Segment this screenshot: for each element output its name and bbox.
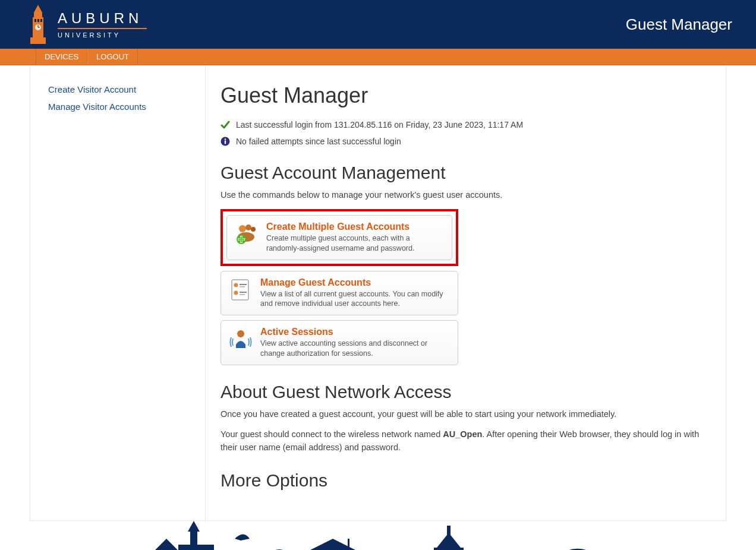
svg-rect-46	[348, 539, 349, 550]
checkmark-icon	[220, 120, 230, 129]
svg-point-15	[251, 227, 256, 232]
svg-rect-4	[34, 19, 36, 22]
section-guest-mgmt: Guest Account Management	[220, 163, 711, 183]
page-header-title: Guest Manager	[626, 15, 732, 34]
about-p2: Your guest should connect to the wireles…	[220, 428, 711, 454]
card-manage-guest-desc: View a list of all current guest account…	[260, 289, 451, 309]
section-more-options: More Options	[220, 470, 711, 491]
card-active-sessions[interactable]: Active Sessions View active accounting s…	[220, 320, 458, 365]
card-create-multiple-title: Create Multiple Guest Accounts	[266, 222, 445, 232]
logo: AUBURN UNIVERSITY	[27, 5, 147, 44]
svg-rect-26	[240, 286, 245, 287]
svg-rect-3	[30, 37, 46, 44]
card-create-multiple-desc: Create multiple guest accounts, each wit…	[266, 233, 445, 254]
page-title: Guest Manager	[220, 83, 711, 108]
main-content: Guest Manager Last successful login from…	[206, 65, 726, 520]
svg-rect-51	[447, 526, 451, 536]
svg-rect-49	[434, 548, 464, 550]
logo-text-main: AUBURN	[58, 10, 147, 27]
card-create-multiple[interactable]: Create Multiple Guest Accounts Create mu…	[220, 209, 458, 266]
svg-rect-33	[178, 545, 214, 550]
card-active-sessions-desc: View active accounting sessions and disc…	[260, 339, 451, 359]
card-manage-guest[interactable]: Manage Guest Accounts View a list of all…	[220, 271, 458, 316]
svg-marker-32	[188, 521, 200, 532]
about-p1: Once you have created a guest account, y…	[220, 408, 711, 421]
card-active-sessions-title: Active Sessions	[260, 327, 451, 337]
svg-rect-12	[225, 141, 226, 144]
logo-text-sub: UNIVERSITY	[58, 31, 147, 39]
login-status-text: Last successful login from 131.204.85.11…	[236, 120, 523, 129]
card-manage-guest-title: Manage Guest Accounts	[260, 277, 451, 288]
app-header: AUBURN UNIVERSITY Guest Manager	[0, 0, 756, 49]
sidebar: Create Visitor Account Manage Visitor Ac…	[30, 65, 206, 520]
svg-point-14	[245, 225, 251, 230]
failed-status-line: No failed attempts since last successful…	[220, 137, 711, 146]
sidebar-create-visitor[interactable]: Create Visitor Account	[30, 81, 205, 98]
login-status-line: Last successful login from 131.204.85.11…	[220, 120, 711, 129]
svg-point-30	[237, 330, 244, 337]
nav-devices[interactable]: DEVICES	[36, 49, 87, 65]
svg-point-24	[234, 283, 238, 287]
svg-rect-25	[240, 284, 247, 285]
footer-skyline	[0, 521, 756, 550]
section-about: About Guest Network Access	[220, 382, 711, 402]
svg-point-11	[225, 138, 226, 140]
nav-bar: DEVICES LOGOUT	[0, 49, 756, 65]
svg-point-13	[239, 225, 246, 232]
failed-status-text: No failed attempts since last successful…	[236, 137, 401, 146]
svg-rect-1	[34, 12, 42, 17]
nav-logout[interactable]: LOGOUT	[87, 49, 138, 65]
svg-marker-0	[34, 5, 42, 12]
list-document-icon	[228, 277, 253, 302]
info-icon	[220, 137, 230, 146]
user-signal-icon	[228, 327, 253, 352]
network-name: AU_Open	[443, 429, 482, 439]
svg-rect-6	[40, 19, 42, 22]
svg-point-27	[234, 290, 238, 295]
svg-rect-21	[238, 238, 244, 240]
svg-rect-28	[240, 292, 247, 293]
svg-rect-5	[37, 19, 39, 22]
svg-rect-29	[240, 294, 245, 295]
svg-rect-22	[232, 280, 248, 300]
mgmt-desc: Use the commands below to manage your ne…	[220, 189, 711, 202]
sidebar-manage-visitors[interactable]: Manage Visitor Accounts	[30, 98, 205, 115]
auburn-tower-icon	[27, 5, 49, 44]
users-plus-icon	[234, 222, 259, 246]
